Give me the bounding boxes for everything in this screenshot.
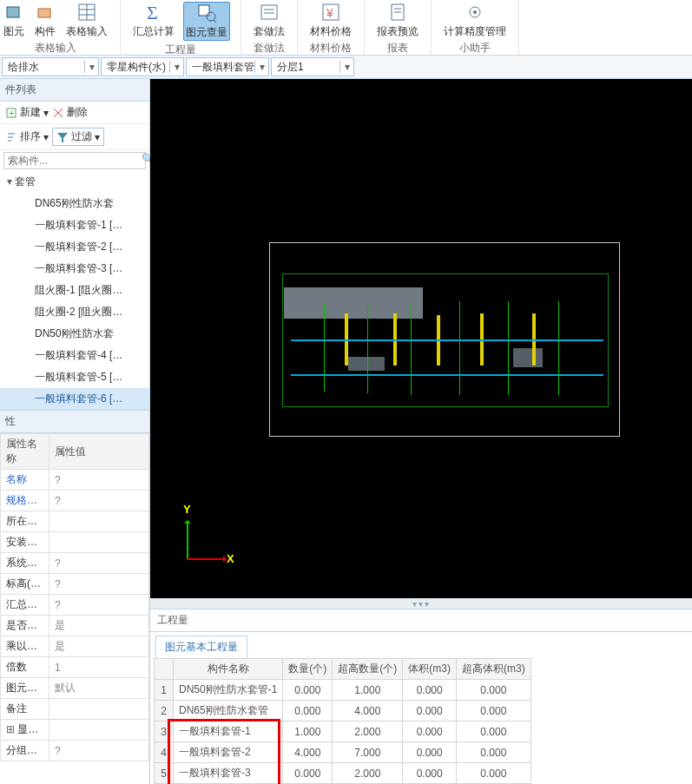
table-row[interactable]: 1DN50刚性防水套管-10.0001.0000.0000.000 xyxy=(155,680,531,701)
ribbon-btn-sum[interactable]: Σ 汇总计算 xyxy=(131,2,176,41)
table-cell: 0.000 xyxy=(283,701,333,721)
table-cell: 0.000 xyxy=(457,763,531,784)
quantity-table: 构件名称数量(个)超高数量(个)体积(m3)超高体积(m3) 1DN50刚性防水… xyxy=(154,658,531,784)
table-cell: 4 xyxy=(155,742,174,763)
tree-item[interactable]: 一般填料套管-1 [… xyxy=(0,214,149,236)
property-row: 安装… xyxy=(1,532,149,553)
property-value[interactable]: ? xyxy=(49,553,149,574)
property-name: 乘以… xyxy=(1,636,49,657)
ribbon-btn-report[interactable]: 报表预览 xyxy=(375,2,420,39)
tree-root[interactable]: 套管 xyxy=(0,171,149,193)
property-value[interactable]: 是 xyxy=(49,636,149,657)
property-value[interactable]: ? xyxy=(49,741,149,761)
split-handle[interactable]: ▾▾▾ xyxy=(150,598,692,609)
property-name: 是否… xyxy=(1,616,49,636)
drawing-block xyxy=(284,287,423,319)
drawing-viewport[interactable]: Y X xyxy=(150,79,692,598)
property-row: 倍数1 xyxy=(1,657,149,678)
combo-component[interactable]: 一般填料套管-6 ▾ xyxy=(186,57,269,76)
tree-item[interactable]: 阻火圈-2 [阻火圈… xyxy=(0,301,149,323)
property-name: 图元… xyxy=(1,678,49,699)
drawing-line xyxy=(324,305,325,392)
sort-icon xyxy=(5,131,17,143)
ribbon-group-title: 套做法 xyxy=(254,41,285,56)
tree-item[interactable]: DN65刚性防水套 xyxy=(0,193,149,214)
search-input[interactable] xyxy=(4,153,142,168)
table-cell: 1.000 xyxy=(283,721,333,742)
ribbon-btn-component[interactable]: 构件 xyxy=(33,2,57,39)
new-button[interactable]: + 新建 ▾ xyxy=(5,105,49,120)
property-value[interactable]: ? xyxy=(49,470,149,491)
combo-category[interactable]: 零星构件(水) ▾ xyxy=(101,57,184,76)
table-row[interactable]: 2DN65刚性防水套管0.0004.0000.0000.000 xyxy=(155,701,531,721)
property-name: 备注 xyxy=(1,699,49,720)
filter-button[interactable]: 过滤 ▾ xyxy=(52,128,104,146)
property-name: 系统… xyxy=(1,553,49,574)
grid-icon xyxy=(76,2,97,23)
tree-item[interactable]: 一般填料套管-4 [… xyxy=(0,345,149,366)
axis-y xyxy=(187,522,188,560)
svg-rect-10 xyxy=(261,5,277,19)
property-value[interactable] xyxy=(49,720,149,741)
filter-icon xyxy=(56,131,69,143)
search-box: 🔍 xyxy=(3,152,146,169)
table-row[interactable]: 5一般填料套管-30.0002.0000.0000.000 xyxy=(155,763,531,784)
drawing-block xyxy=(348,357,385,371)
tree-item[interactable]: 阻火圈-1 [阻火圈… xyxy=(0,280,149,301)
property-value[interactable]: 默认 xyxy=(49,678,149,699)
tree-item[interactable]: DN50刚性防水套 xyxy=(0,323,149,345)
table-cell: 0.000 xyxy=(457,701,531,721)
ribbon-group-title: 表格输入 xyxy=(35,41,76,56)
property-value[interactable] xyxy=(49,532,149,553)
property-name: 显… xyxy=(1,720,49,741)
property-value[interactable]: ? xyxy=(49,574,149,595)
component-list-header: 件列表 xyxy=(0,79,149,102)
chevron-down-icon[interactable]: ▾ xyxy=(169,61,183,73)
table-row[interactable]: 3一般填料套管-11.0002.0000.0000.000 xyxy=(155,721,531,742)
tree-item[interactable]: 一般填料套管-2 [… xyxy=(0,236,149,258)
ribbon-btn-query[interactable]: 图元查量 xyxy=(183,2,230,41)
tree-item[interactable]: 一般填料套管-5 [… xyxy=(0,366,149,388)
sort-button[interactable]: 排序 ▾ xyxy=(5,129,49,144)
table-header: 构件名称 xyxy=(174,659,283,680)
ribbon-btn-method[interactable]: 套做法 xyxy=(252,2,287,39)
ribbon-btn-precision[interactable]: 计算精度管理 xyxy=(442,2,508,39)
property-value[interactable]: 是 xyxy=(49,616,149,636)
table-header: 超高数量(个) xyxy=(333,659,403,680)
drawing-line xyxy=(291,339,603,341)
svg-rect-1 xyxy=(38,9,50,17)
ribbon-group-title: 材料价格 xyxy=(310,41,352,56)
ribbon-btn-price[interactable]: ¥ 材料价格 xyxy=(308,2,353,39)
ribbon-btn-table-input[interactable]: 表格输入 xyxy=(64,2,109,39)
chevron-down-icon[interactable]: ▾ xyxy=(254,61,268,73)
combo-layer[interactable]: 分层1 ▾ xyxy=(271,57,354,76)
delete-button[interactable]: 删除 xyxy=(52,105,88,120)
svg-line-9 xyxy=(214,20,216,23)
svg-text:+: + xyxy=(9,108,14,118)
chevron-down-icon[interactable]: ▾ xyxy=(339,61,353,73)
property-row: 所在… xyxy=(1,511,149,532)
combo-system[interactable]: 给排水 ▾ xyxy=(2,57,99,76)
recv-icon xyxy=(35,2,56,23)
price-icon: ¥ xyxy=(320,2,341,23)
property-value[interactable]: ? xyxy=(49,491,149,511)
tree-item[interactable]: 一般填料套管-3 [… xyxy=(0,258,149,280)
table-header: 超高体积(m3) xyxy=(457,659,531,680)
table-header: 数量(个) xyxy=(283,659,333,680)
property-value[interactable]: ? xyxy=(49,595,149,616)
property-name: 名称 xyxy=(1,470,49,491)
property-value[interactable] xyxy=(49,699,149,720)
property-value[interactable] xyxy=(49,511,149,532)
tree-item[interactable]: 一般填料套管-6 [… xyxy=(0,388,149,410)
property-name: 规格… xyxy=(1,491,49,511)
table-cell: 一般填料套管-1 xyxy=(174,721,283,742)
table-row[interactable]: 4一般填料套管-24.0007.0000.0000.000 xyxy=(155,742,531,763)
chevron-down-icon[interactable]: ▾ xyxy=(84,61,98,73)
table-cell: 4.000 xyxy=(333,701,403,721)
svg-point-19 xyxy=(473,10,477,14)
ribbon-btn-element[interactable]: 图元 xyxy=(2,2,26,39)
property-value[interactable]: 1 xyxy=(49,657,149,678)
property-row: 乘以…是 xyxy=(1,636,149,657)
tab-basic-quantity[interactable]: 图元基本工程量 xyxy=(155,636,247,658)
svg-point-8 xyxy=(207,12,215,21)
